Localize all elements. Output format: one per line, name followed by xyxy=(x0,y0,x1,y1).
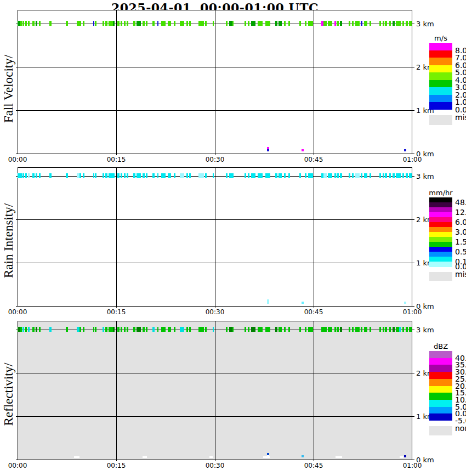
legend-color-block xyxy=(429,365,452,372)
legend-value-label: 48.0 xyxy=(455,198,466,207)
data-mark-reflectivity xyxy=(288,327,290,332)
data-mark-fall-velocity xyxy=(337,21,339,26)
time-tick xyxy=(215,306,215,308)
data-mark-fall-velocity xyxy=(213,21,214,26)
data-mark-rain-intensity xyxy=(121,173,122,178)
data-mark-reflectivity xyxy=(117,327,120,332)
data-mark-reflectivity xyxy=(152,327,155,332)
data-mark-rain-intensity xyxy=(261,173,263,178)
data-mark-rain-intensity xyxy=(364,173,367,178)
data-mark-reflectivity xyxy=(269,327,270,332)
time-tick-label: 01:00 xyxy=(403,462,422,469)
data-mark-rain-intensity xyxy=(198,173,204,178)
data-mark-reflectivity xyxy=(121,327,122,332)
height-tick xyxy=(412,416,414,417)
data-mark-reflectivity xyxy=(109,327,113,332)
data-mark-fall-velocity xyxy=(361,21,362,26)
data-mark-fall-velocity xyxy=(205,21,207,26)
time-tick-label: 00:45 xyxy=(304,156,323,163)
data-mark-fall-velocity xyxy=(168,21,171,26)
data-mark-fall-velocity xyxy=(389,21,391,26)
height-tick xyxy=(412,24,414,24)
white-mark xyxy=(143,456,147,458)
data-mark-rain-intensity xyxy=(226,173,228,178)
legend-color-block xyxy=(429,58,452,65)
data-mark-fall-velocity xyxy=(124,21,126,26)
time-tick-label: 00:30 xyxy=(206,462,225,469)
legend-color-block xyxy=(429,351,452,358)
data-mark-reflectivity xyxy=(328,327,332,332)
time-gridline xyxy=(314,10,314,154)
time-gridline xyxy=(215,167,215,306)
data-mark-reflectivity xyxy=(361,327,362,332)
data-mark-rain-intensity xyxy=(383,173,384,178)
legend-color-block xyxy=(429,50,452,58)
white-mark xyxy=(336,456,342,458)
time-gridline xyxy=(116,10,117,154)
data-mark-fall-velocity xyxy=(189,21,191,26)
data-mark-reflectivity xyxy=(189,327,191,332)
data-mark-fall-velocity xyxy=(275,21,277,26)
data-mark-reflectivity xyxy=(66,327,68,332)
data-mark-fall-velocity xyxy=(334,21,336,26)
data-mark-reflectivity xyxy=(49,327,52,332)
data-mark-reflectivity xyxy=(402,327,404,332)
data-mark-reflectivity xyxy=(399,327,401,332)
data-mark-fall-velocity xyxy=(251,21,255,26)
data-mark-fall-velocity xyxy=(25,21,27,26)
data-mark-rain-intensity xyxy=(402,173,404,178)
data-mark-reflectivity xyxy=(406,327,408,332)
data-mark-rain-intensity xyxy=(393,173,395,178)
data-mark-rain-intensity xyxy=(299,173,301,178)
data-mark-fall-velocity xyxy=(279,21,282,26)
data-mark-rain-intensity xyxy=(205,173,207,178)
data-mark-rain-intensity xyxy=(39,173,41,178)
data-mark-reflectivity xyxy=(161,327,166,332)
height-tick xyxy=(412,306,414,307)
height-tick xyxy=(412,176,414,177)
data-mark-fall-velocity xyxy=(137,21,141,26)
low-data-mark-reflectivity xyxy=(302,455,304,457)
data-mark-rain-intensity xyxy=(213,173,214,178)
height-tick xyxy=(16,67,18,67)
data-mark-rain-intensity xyxy=(275,173,277,178)
data-mark-fall-velocity xyxy=(32,21,35,26)
data-mark-fall-velocity xyxy=(174,21,175,26)
legend-value-label: 1.5 xyxy=(455,237,466,246)
low-data-mark-rain-intensity xyxy=(302,302,304,304)
height-tick-label: 3 km xyxy=(416,20,434,28)
time-tick xyxy=(116,306,117,308)
data-mark-rain-intensity xyxy=(385,173,387,178)
legend-color-block xyxy=(429,102,452,110)
data-mark-fall-velocity xyxy=(66,21,68,26)
height-tick-label: 3 km xyxy=(416,326,434,334)
data-mark-fall-velocity xyxy=(79,21,81,26)
data-mark-fall-velocity xyxy=(299,21,301,26)
time-gridline xyxy=(116,167,117,306)
data-mark-fall-velocity xyxy=(311,21,313,26)
data-mark-fall-velocity xyxy=(232,21,234,26)
data-mark-reflectivity xyxy=(245,327,246,332)
data-mark-reflectivity xyxy=(20,327,22,332)
legend-miss-label: none xyxy=(455,424,466,433)
data-mark-fall-velocity xyxy=(186,21,188,26)
data-mark-rain-intensity xyxy=(157,173,158,178)
data-mark-reflectivity xyxy=(349,327,350,332)
height-tick xyxy=(16,263,18,263)
data-mark-rain-intensity xyxy=(174,173,175,178)
data-mark-reflectivity xyxy=(83,327,84,332)
low-data-mark-fall-velocity xyxy=(302,149,304,151)
data-mark-rain-intensity xyxy=(355,173,360,178)
time-tick xyxy=(116,154,117,155)
data-mark-rain-intensity xyxy=(248,173,249,178)
height-tick-label: 3 km xyxy=(416,172,434,180)
white-mark xyxy=(74,456,79,458)
data-mark-fall-velocity xyxy=(288,21,290,26)
data-mark-reflectivity xyxy=(22,327,24,332)
legend-value-label: 12.0 xyxy=(455,208,466,217)
legend-miss-block xyxy=(429,272,452,281)
data-mark-rain-intensity xyxy=(251,173,255,178)
data-mark-rain-intensity xyxy=(311,173,313,178)
data-mark-fall-velocity xyxy=(127,21,128,26)
data-mark-rain-intensity xyxy=(25,173,27,178)
